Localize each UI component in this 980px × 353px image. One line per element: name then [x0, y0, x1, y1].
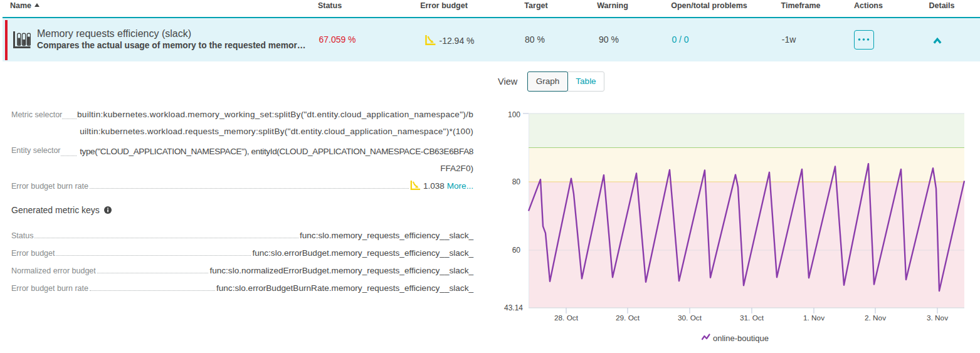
- svg-text:100: 100: [508, 110, 520, 119]
- svg-text:28. Oct: 28. Oct: [554, 313, 579, 322]
- svg-text:2. Nov: 2. Nov: [865, 313, 886, 322]
- svg-text:3. Nov: 3. Nov: [927, 313, 948, 322]
- svg-text:30. Oct: 30. Oct: [678, 313, 702, 322]
- svg-text:43.14: 43.14: [504, 303, 523, 312]
- svg-text:29. Oct: 29. Oct: [616, 313, 640, 322]
- svg-text:80: 80: [512, 177, 521, 186]
- svg-text:online-boutique: online-boutique: [713, 334, 769, 343]
- svg-text:1. Nov: 1. Nov: [803, 313, 825, 322]
- svg-text:60: 60: [512, 246, 521, 255]
- svg-text:31. Oct: 31. Oct: [740, 313, 764, 322]
